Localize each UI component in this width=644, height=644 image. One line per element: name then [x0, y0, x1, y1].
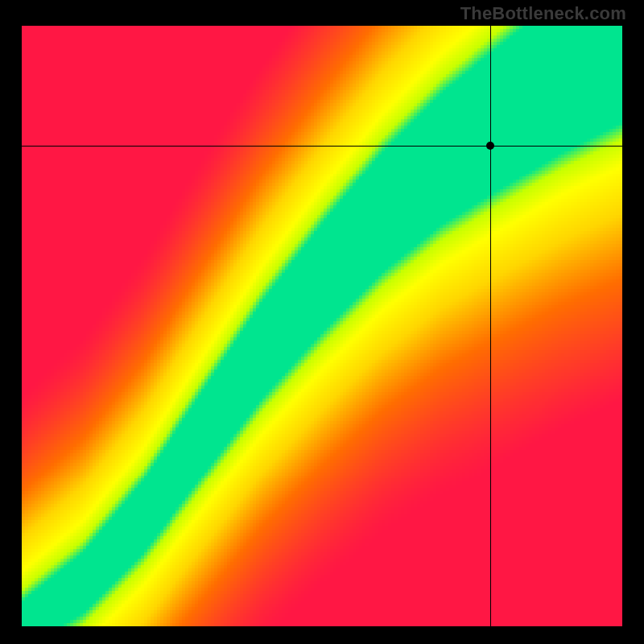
heatmap-plot-area: [22, 26, 622, 626]
data-point-marker: [486, 142, 494, 150]
crosshair-vertical: [490, 26, 491, 626]
crosshair-horizontal: [22, 146, 622, 147]
chart-frame: TheBottleneck.com: [0, 0, 644, 644]
heatmap-canvas: [22, 26, 622, 626]
watermark-text: TheBottleneck.com: [460, 3, 626, 24]
